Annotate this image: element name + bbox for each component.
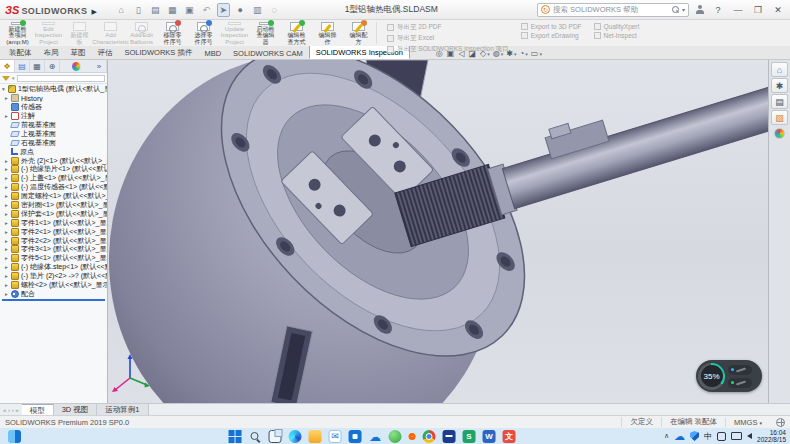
login-account-icon[interactable]	[695, 5, 705, 15]
help-button[interactable]: ?	[711, 5, 725, 15]
dropdown-caret-icon[interactable]: ▾	[514, 51, 517, 57]
taskbar-app-icon[interactable]	[389, 430, 402, 443]
taskbar-app-icon[interactable]	[409, 433, 416, 440]
taskbar-app-icon[interactable]	[349, 430, 362, 443]
document-tab[interactable]: 运动算例1	[97, 404, 148, 415]
tree-item[interactable]: ▸ 固定螺栓<1> (默认<<默认>_显示	[0, 192, 107, 201]
tree-item[interactable]: ▸ (-) 垫片 (2)<2> ->? (默认<<默认	[0, 272, 107, 281]
tree-item[interactable]: ▸ 密封圈<1> (默认<<默认>_显示状	[0, 201, 107, 210]
export-menu-item[interactable]: Net-Inspect	[594, 32, 640, 39]
taskbar-app-icon[interactable]	[423, 430, 436, 443]
tray-icon[interactable]	[690, 431, 699, 441]
widgets-icon[interactable]	[8, 430, 21, 443]
featuremanager-tab-icon[interactable]: »	[92, 60, 107, 72]
export-menu-item[interactable]: Export to 3D PDF	[521, 23, 582, 30]
qat-button-icon[interactable]: ↶	[200, 3, 213, 17]
qat-button-icon[interactable]: ▣	[183, 3, 196, 17]
tree-item[interactable]: ▸ 零件2<2> (默认<<默认>_显示状	[0, 236, 107, 245]
qat-button-icon[interactable]: ➤	[217, 3, 230, 17]
ribbon-tab[interactable]: SOLIDWORKS CAM	[227, 47, 309, 59]
ribbon-button[interactable]: 启动检 查编辑 器	[250, 21, 281, 45]
ribbon-tab[interactable]: 草图	[65, 46, 92, 59]
export-menu-item[interactable]: 导出至 Excel	[387, 34, 509, 43]
search-icon[interactable]	[672, 6, 679, 13]
featuremanager-tab-icon[interactable]: ▤	[15, 60, 30, 72]
qat-button-icon[interactable]: ▯	[132, 3, 145, 17]
headsup-tool-icon[interactable]: ▭ ▾	[531, 49, 542, 58]
ribbon-button[interactable]: 编辑配 方	[343, 21, 374, 45]
document-tab[interactable]: 3D 视图	[54, 404, 98, 415]
filter-input[interactable]	[17, 75, 105, 82]
qat-button-icon[interactable]: ▥	[251, 3, 264, 17]
tray-icon[interactable]: ∧	[664, 432, 669, 440]
tree-item[interactable]: ▸ 配合	[0, 289, 107, 298]
mouse-battery-widget[interactable]: 35%	[696, 360, 762, 392]
ribbon-button[interactable]: 编辑操 作	[312, 21, 343, 45]
export-menu-item[interactable]: Export eDrawing	[521, 32, 582, 39]
tree-item[interactable]: 传感器	[0, 103, 107, 112]
taskbar-app-icon[interactable]: ✉	[329, 430, 342, 443]
export-menu-item[interactable]: 导出至 2D PDF	[387, 23, 509, 32]
ribbon-tab[interactable]: MBD	[198, 47, 227, 59]
tree-item[interactable]: ▸ 零件1<1> (默认<<默认>_显示状态	[0, 218, 107, 227]
tree-root-item[interactable]: ▾ 1型铝轴热电偶 (默认<默认_显示状态-1	[0, 85, 107, 94]
tray-icon[interactable]	[731, 432, 742, 440]
menu-expand-icon[interactable]: ▶	[91, 8, 96, 16]
search-scope-icon[interactable]: ↻	[541, 5, 550, 14]
tree-item[interactable]: 上视基准面	[0, 129, 107, 138]
tree-item[interactable]: ▸ (-) 绝缘体.step<1> (默认<<默认>	[0, 263, 107, 272]
tray-icon[interactable]	[717, 432, 726, 441]
tree-item[interactable]: ▸ (-) 温度传感器<1> (默认<<默认>_	[0, 183, 107, 192]
tab-scroll-arrows[interactable]: « ‹ › »	[0, 404, 22, 415]
ribbon-button[interactable]: Edit Inspection Project	[33, 21, 64, 45]
task-pane-tab-icon[interactable]: ●	[774, 128, 785, 139]
dropdown-caret-icon[interactable]: ▾	[539, 51, 542, 57]
taskbar-app-icon[interactable]: S	[463, 430, 476, 443]
task-pane-tab-icon[interactable]: ▤	[771, 94, 788, 109]
taskbar-app-icon[interactable]: 文	[503, 430, 516, 443]
taskbar-clock[interactable]: 16:04 2022/8/15	[757, 429, 786, 444]
graphics-viewport[interactable]: 35%	[108, 60, 768, 403]
qat-button-icon[interactable]: ●	[234, 3, 247, 17]
units-selector[interactable]: MMGS ▾	[725, 418, 770, 427]
tree-item[interactable]: ▸ 零件3<1> (默认<<默认>_显示状	[0, 245, 107, 254]
ribbon-button[interactable]: 新建检 查项目 (amp;M)	[2, 21, 33, 45]
task-pane-tab-icon[interactable]: ✱	[771, 78, 788, 93]
qat-button-icon[interactable]: ⌂	[115, 3, 128, 17]
tree-item[interactable]: ▸ (-) 上盖<1> (默认<<默认>_显示状	[0, 174, 107, 183]
tree-item[interactable]: ▸ (-) 绝缘垫片<1> (默认<<默认>_显	[0, 165, 107, 174]
model-3d[interactable]	[108, 60, 768, 403]
search-input[interactable]: ↻ 搜索 SOLIDWORKS 帮助 ▾	[537, 3, 689, 17]
ribbon-button[interactable]: 移除零 件序号	[157, 21, 188, 45]
qat-button-icon[interactable]: ▤	[149, 3, 162, 17]
ribbon-tab[interactable]: SOLIDWORKS 插件	[119, 46, 199, 59]
3dexperience-icon[interactable]	[776, 418, 785, 427]
restore-button[interactable]: ❐	[751, 5, 765, 15]
tree-item[interactable]: ▸ 保护套<1> (默认<<默认>_显示状	[0, 209, 107, 218]
widget-button-top[interactable]	[728, 365, 752, 375]
featuremanager-tab-icon[interactable]: ●	[72, 62, 81, 71]
taskbar-app-icon[interactable]	[443, 430, 456, 443]
taskbar-app-icon[interactable]	[269, 430, 282, 443]
qat-button-icon[interactable]: ◌	[268, 3, 281, 17]
filter-caret-icon[interactable]: ▾	[12, 75, 15, 81]
headsup-tool-icon[interactable]: ◔ ▾	[519, 49, 527, 58]
ribbon-button[interactable]: 选择零 件序号	[188, 21, 219, 45]
tree-item[interactable]: ▸ 螺栓<2> (默认<<默认>_显示状态	[0, 281, 107, 290]
taskbar-app-icon[interactable]: ☁	[369, 430, 382, 443]
close-button[interactable]: ✕	[771, 5, 785, 15]
ribbon-button[interactable]: Add Characteristic	[95, 21, 126, 45]
tree-item[interactable]: ▸ 零件2<1> (默认<<默认>_显示状	[0, 227, 107, 236]
tree-item[interactable]: ▸ 外壳 (2)<1> (默认<<默认>_显示状	[0, 156, 107, 165]
taskbar-app-icon[interactable]: W	[483, 430, 496, 443]
featuremanager-tab-icon[interactable]: ⊕	[45, 60, 60, 72]
dropdown-caret-icon[interactable]: ▾	[525, 51, 528, 57]
taskbar-app-icon[interactable]	[229, 430, 242, 443]
tray-icon[interactable]	[747, 433, 752, 439]
tree-item[interactable]: ▸ 注解	[0, 112, 107, 121]
ribbon-tab[interactable]: 装配体	[3, 46, 38, 59]
qat-button-icon[interactable]: ▦	[166, 3, 179, 17]
taskbar-app-icon[interactable]	[309, 430, 322, 443]
featuremanager-tab-icon[interactable]: ❖	[0, 60, 15, 72]
export-menu-item[interactable]: 导出至 SOLIDWORKS Inspection 项目	[387, 45, 509, 54]
